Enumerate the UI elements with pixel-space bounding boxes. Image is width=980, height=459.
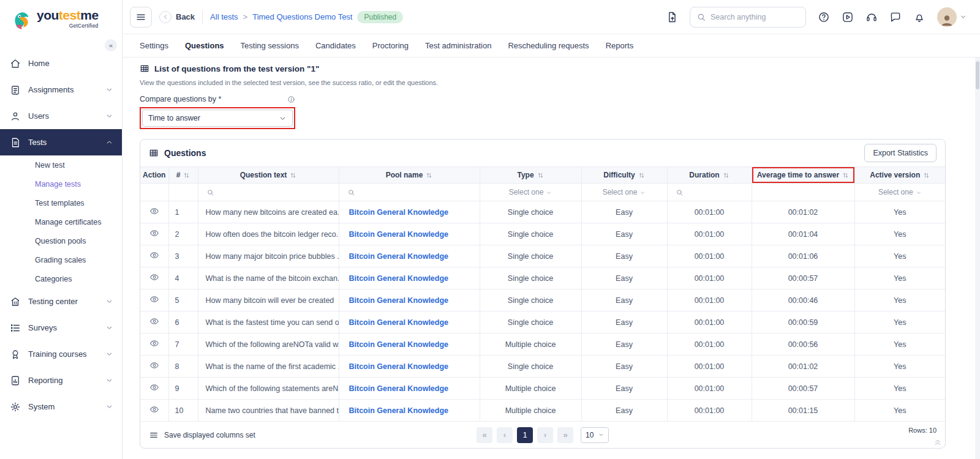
- preview-question-button[interactable]: [149, 360, 159, 372]
- pagination-first-button[interactable]: «: [477, 427, 492, 443]
- preview-question-button[interactable]: [149, 228, 159, 240]
- question-text: Which of the following areNOTa valid w..…: [198, 334, 339, 356]
- preview-question-button[interactable]: [149, 206, 159, 218]
- pool-name-link[interactable]: Bitcoin General Knowledge: [349, 230, 449, 239]
- pool-name-link[interactable]: Bitcoin General Knowledge: [349, 296, 449, 305]
- chat-button[interactable]: [889, 11, 902, 23]
- tab-test-administration[interactable]: Test administration: [425, 41, 491, 50]
- type-filter-select[interactable]: Select one: [480, 184, 581, 201]
- gear-icon: [10, 401, 21, 412]
- tab-questions[interactable]: Questions: [185, 41, 224, 50]
- question-avg-time: 00:00:59: [752, 312, 854, 334]
- tutorial-button[interactable]: [842, 11, 854, 23]
- question-type: Single choice: [480, 312, 581, 334]
- col-header-average-time[interactable]: Average time to answer: [752, 167, 854, 184]
- tab-testing-sessions[interactable]: Testing sessions: [241, 41, 299, 50]
- pool-name-filter-input[interactable]: [355, 188, 448, 196]
- col-header-question-text[interactable]: Question text: [198, 167, 339, 184]
- sidebar-item-testing-center[interactable]: Testing center: [0, 288, 122, 315]
- pool-name-link[interactable]: Bitcoin General Knowledge: [349, 318, 449, 327]
- duration-filter-input[interactable]: [684, 188, 737, 196]
- pool-name-link[interactable]: Bitcoin General Knowledge: [349, 252, 449, 261]
- col-header-difficulty[interactable]: Difficulty: [581, 167, 667, 184]
- col-header-number[interactable]: #: [168, 167, 198, 184]
- breadcrumb-all-tests-link[interactable]: All tests: [210, 12, 238, 21]
- file-upload-button[interactable]: [666, 11, 678, 23]
- col-header-duration[interactable]: Duration: [667, 167, 752, 184]
- tab-proctoring[interactable]: Proctoring: [372, 41, 409, 50]
- tab-reports[interactable]: Reports: [606, 41, 634, 50]
- sidebar-item-reporting[interactable]: Reporting: [0, 367, 122, 394]
- sidebar-item-system[interactable]: System: [0, 394, 122, 420]
- pool-name-link[interactable]: Bitcoin General Knowledge: [349, 384, 449, 393]
- tab-candidates[interactable]: Candidates: [315, 41, 356, 50]
- pagination-prev-button[interactable]: ‹: [497, 427, 513, 443]
- sidebar-subitem-test-templates[interactable]: Test templates: [0, 193, 122, 212]
- search-input[interactable]: [710, 13, 790, 21]
- difficulty-filter-select[interactable]: Select one: [581, 184, 667, 201]
- question-type: Multiple choice: [480, 400, 581, 422]
- preview-question-button[interactable]: [149, 382, 159, 394]
- export-statistics-button[interactable]: Export Statistics: [864, 144, 937, 162]
- active-version-filter-select[interactable]: Select one: [854, 184, 945, 201]
- help-button[interactable]: [818, 11, 830, 23]
- rows-count-label: Rows: 10: [908, 427, 937, 434]
- preview-question-button[interactable]: [149, 338, 159, 350]
- sidebar-subitem-categories[interactable]: Categories: [0, 269, 122, 288]
- pagination-next-button[interactable]: ›: [537, 427, 553, 443]
- notifications-button[interactable]: [913, 11, 925, 23]
- pool-name-link[interactable]: Bitcoin General Knowledge: [349, 362, 449, 371]
- preview-question-button[interactable]: [149, 405, 159, 416]
- preview-question-button[interactable]: [149, 316, 159, 328]
- pool-name-link[interactable]: Bitcoin General Knowledge: [349, 274, 449, 283]
- pool-name-link[interactable]: Bitcoin General Knowledge: [349, 208, 449, 217]
- topbar-actions: [666, 7, 967, 28]
- preview-question-button[interactable]: [149, 294, 159, 306]
- sidebar-item-assignments[interactable]: Assignments: [0, 76, 122, 103]
- scrollbar-thumb[interactable]: [976, 61, 979, 89]
- question-avg-time: 00:01:04: [752, 223, 854, 245]
- sort-icon: [723, 172, 729, 179]
- chevron-down-icon: [105, 112, 113, 120]
- page-size-select[interactable]: 10: [581, 427, 609, 443]
- support-button[interactable]: [865, 11, 878, 23]
- sidebar-collapse-button[interactable]: «: [105, 39, 117, 51]
- breadcrumb-current-link[interactable]: Timed Questions Demo Test: [252, 12, 352, 21]
- sidebar-subitem-manage-tests[interactable]: Manage tests: [0, 174, 122, 193]
- table-row: 2 How often does the bitcoin ledger reco…: [140, 223, 945, 245]
- question-avg-time: 00:00:57: [752, 267, 854, 289]
- pagination-page-1-button[interactable]: 1: [517, 427, 533, 443]
- subitem-label: Question pools: [35, 237, 86, 245]
- sidebar-item-surveys[interactable]: Surveys: [0, 315, 122, 341]
- save-columns-button[interactable]: Save displayed columns set: [149, 430, 255, 440]
- col-header-type[interactable]: Type: [480, 167, 581, 184]
- sidebar-subitem-grading-scales[interactable]: Grading scales: [0, 250, 122, 269]
- info-icon[interactable]: [287, 95, 295, 103]
- question-active-version: Yes: [854, 312, 945, 334]
- preview-question-button[interactable]: [149, 272, 159, 284]
- scroll-corner-icon[interactable]: [933, 437, 943, 447]
- chevron-down-icon: [105, 376, 113, 384]
- sidebar-item-training-courses[interactable]: Training courses: [0, 341, 122, 367]
- back-button[interactable]: Back: [159, 11, 195, 23]
- tab-rescheduling-requests[interactable]: Rescheduling requests: [508, 41, 589, 50]
- col-header-active-version[interactable]: Active version: [854, 167, 945, 184]
- pool-name-link[interactable]: Bitcoin General Knowledge: [349, 406, 449, 415]
- search-icon: [347, 188, 355, 196]
- vertical-scrollbar[interactable]: [975, 58, 980, 459]
- col-header-pool-name[interactable]: Pool name: [339, 167, 480, 184]
- sidebar-item-users[interactable]: Users: [0, 103, 122, 129]
- question-text-filter-input[interactable]: [214, 188, 307, 196]
- sidebar-item-tests[interactable]: Tests: [0, 129, 122, 155]
- menu-toggle-button[interactable]: [130, 7, 152, 28]
- pool-name-link[interactable]: Bitcoin General Knowledge: [349, 340, 449, 349]
- compare-questions-dropdown[interactable]: Time to answer: [142, 110, 293, 127]
- sidebar-subitem-new-test[interactable]: New test: [0, 155, 122, 174]
- tab-settings[interactable]: Settings: [140, 41, 168, 50]
- sidebar-item-home[interactable]: Home: [0, 50, 122, 76]
- sidebar-subitem-manage-certificates[interactable]: Manage certificates: [0, 212, 122, 231]
- pagination-last-button[interactable]: »: [557, 427, 573, 443]
- preview-question-button[interactable]: [149, 250, 159, 262]
- sidebar-subitem-question-pools[interactable]: Question pools: [0, 231, 122, 250]
- user-menu[interactable]: [937, 7, 967, 27]
